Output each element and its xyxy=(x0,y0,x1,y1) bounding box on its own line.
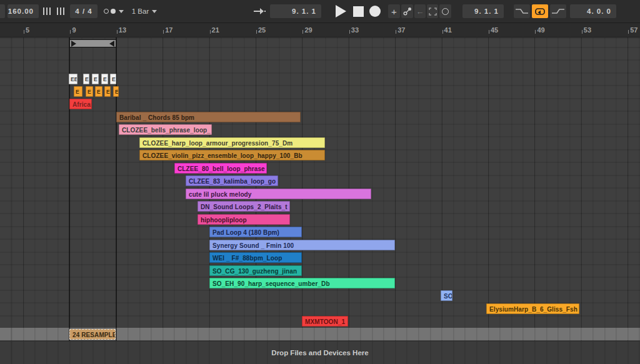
draw-mode-button[interactable] xyxy=(427,4,438,18)
clip[interactable]: E xyxy=(110,74,116,84)
clip-label: Pad Loop 4 (180 Bpm) xyxy=(212,229,279,236)
clip[interactable]: DN_Sound Loops_2_Plaits_t xyxy=(198,201,290,212)
clip[interactable]: SO_CG_130_guzheng_jinan xyxy=(209,265,302,276)
ruler-tick xyxy=(256,30,257,34)
clip[interactable]: 24 RESAMPLE xyxy=(69,329,116,340)
nudge-down-button[interactable] xyxy=(41,4,54,18)
bar-number-label[interactable]: 49 xyxy=(535,26,544,34)
bar-number-label[interactable]: 13 xyxy=(117,26,126,34)
clip-label: CLOZEE_harp_loop_armour_progression_75_D… xyxy=(142,140,292,147)
tap-tempo-button[interactable]: o xyxy=(0,4,5,18)
bar-number-label[interactable]: 25 xyxy=(256,26,266,34)
loop-length-field[interactable]: 4. 0. 0 xyxy=(570,4,616,18)
loop-start-handle-icon[interactable] xyxy=(71,41,76,47)
clip[interactable]: E xyxy=(83,74,89,84)
loop-length-value: 4. 0. 0 xyxy=(587,7,611,15)
ruler-tick xyxy=(535,30,536,34)
ruler-tick xyxy=(117,30,118,34)
bar-number-label[interactable]: 33 xyxy=(349,26,359,34)
re-enable-automation-button[interactable]: ← xyxy=(414,4,426,18)
arrangement-position-display[interactable]: 9. 1. 1 xyxy=(270,4,321,18)
bar-number-label[interactable]: 29 xyxy=(302,26,312,34)
bar-number-label[interactable]: 57 xyxy=(628,26,638,34)
chevron-down-icon[interactable] xyxy=(119,10,124,13)
clip[interactable]: cute lil pluck melody xyxy=(186,189,371,199)
ruler-tick xyxy=(396,30,396,34)
drop-files-area[interactable]: Drop Files and Devices Here xyxy=(0,341,640,364)
chevron-down-icon[interactable] xyxy=(152,10,157,13)
bar-number-label[interactable]: 9 xyxy=(70,26,76,34)
loop-button[interactable] xyxy=(532,4,548,18)
nudge-up-button[interactable] xyxy=(55,4,68,18)
tempo-field[interactable]: 160.00 xyxy=(8,4,39,18)
bar-number-label[interactable]: 53 xyxy=(582,26,591,34)
clip-label: E xyxy=(112,76,116,82)
clip[interactable]: MXMTOON_1 xyxy=(302,316,348,327)
clip[interactable]: E xyxy=(95,86,102,97)
arrangement-lanes[interactable]: EEEEEEEEEEEAfricanBaribal _ Chords 85 bp… xyxy=(0,37,640,341)
punch-in-icon xyxy=(515,7,529,15)
clip[interactable]: CLOZEE_bells_phrase_loop_ xyxy=(119,124,212,135)
follow-button[interactable] xyxy=(252,4,268,18)
clip[interactable]: CLZEE_83_kalimba_loop_go xyxy=(186,175,278,186)
clip[interactable]: CLZEE_80_bell_loop_phrase xyxy=(174,163,267,174)
clip[interactable]: SO xyxy=(441,290,452,301)
clip[interactable]: E xyxy=(113,86,119,97)
clip-label: E xyxy=(85,76,89,82)
quantize-value: 1 Bar xyxy=(132,7,149,15)
clip[interactable]: E xyxy=(104,86,111,97)
bar-number-label[interactable]: 45 xyxy=(489,26,498,34)
bar-number-label[interactable]: 21 xyxy=(210,26,219,34)
loop-start-value: 9. 1. 1 xyxy=(474,7,499,15)
loop-brace[interactable] xyxy=(69,39,116,47)
loop-end-handle-icon[interactable] xyxy=(109,41,114,47)
clip[interactable]: ElysiumHarp_B_6_Gliss_Fsh xyxy=(486,303,579,314)
clip[interactable]: Synergy Sound _ Fmin 100 xyxy=(209,240,395,250)
clip[interactable]: CLOZEE_violin_pizz_ensemble_loop_happy_1… xyxy=(139,150,325,160)
clip[interactable]: hiphoopliploop xyxy=(198,214,290,225)
clip[interactable]: Baribal _ Chords 85 bpm xyxy=(116,112,301,122)
ruler-tick xyxy=(582,30,582,34)
tempo-value: 160.00 xyxy=(8,7,34,15)
metronome-button[interactable] xyxy=(100,4,128,18)
clip[interactable]: E xyxy=(86,86,93,97)
bar-number-label[interactable]: 37 xyxy=(396,26,405,34)
record-button[interactable] xyxy=(368,4,382,18)
stop-button[interactable] xyxy=(351,4,365,18)
clip[interactable]: SO_EH_90_harp_sequence_umber_Db xyxy=(209,278,395,288)
bar-number-label[interactable]: 17 xyxy=(163,26,172,34)
bar-number-label[interactable]: 5 xyxy=(24,26,29,34)
clip-label: WEI _ F#_88bpm_Loop xyxy=(212,255,282,262)
bar-number-label[interactable]: 41 xyxy=(442,26,452,34)
clip-label: CLOZEE_bells_phrase_loop_ xyxy=(122,127,211,134)
punch-in-button[interactable] xyxy=(514,4,530,18)
loop-start-field[interactable]: 9. 1. 1 xyxy=(462,4,504,18)
quantize-menu[interactable]: 1 Bar xyxy=(129,4,160,18)
clip[interactable]: African xyxy=(69,99,92,109)
ruler-tick xyxy=(70,30,71,34)
clip-label: SO_EH_90_harp_sequence_umber_Db xyxy=(212,280,330,287)
clip[interactable]: E xyxy=(92,74,99,84)
clip-label: SO xyxy=(444,293,452,300)
add-locator-button[interactable]: + xyxy=(388,4,400,18)
time-signature-field[interactable]: 4 / 4 xyxy=(70,4,98,18)
beat-time-ruler[interactable]: 59131721252933374145495357 xyxy=(0,23,640,37)
clip[interactable]: CLOZEE_harp_loop_armour_progression_75_D… xyxy=(139,137,325,148)
stop-icon xyxy=(353,6,364,17)
session-record-button[interactable] xyxy=(439,4,451,18)
clip-label: E xyxy=(103,76,107,82)
clip[interactable]: WEI _ F#_88bpm_Loop xyxy=(209,252,302,263)
punch-out-button[interactable] xyxy=(550,4,566,18)
clip[interactable]: EE xyxy=(69,74,78,84)
play-button[interactable] xyxy=(334,4,348,18)
automation-arm-button[interactable] xyxy=(401,4,413,18)
clip-label: CLOZEE_violin_pizz_ensemble_loop_happy_1… xyxy=(142,152,302,159)
clip[interactable]: Pad Loop 4 (180 Bpm) xyxy=(209,227,302,237)
clip-label: E xyxy=(115,89,119,95)
clip[interactable]: E xyxy=(101,74,108,84)
clip-label: Synergy Sound _ Fmin 100 xyxy=(212,242,294,249)
ruler-tick xyxy=(302,30,303,34)
ruler-tick xyxy=(442,30,443,34)
drop-hint-text: Drop Files and Devices Here xyxy=(271,349,368,357)
clip[interactable]: E xyxy=(74,86,82,97)
